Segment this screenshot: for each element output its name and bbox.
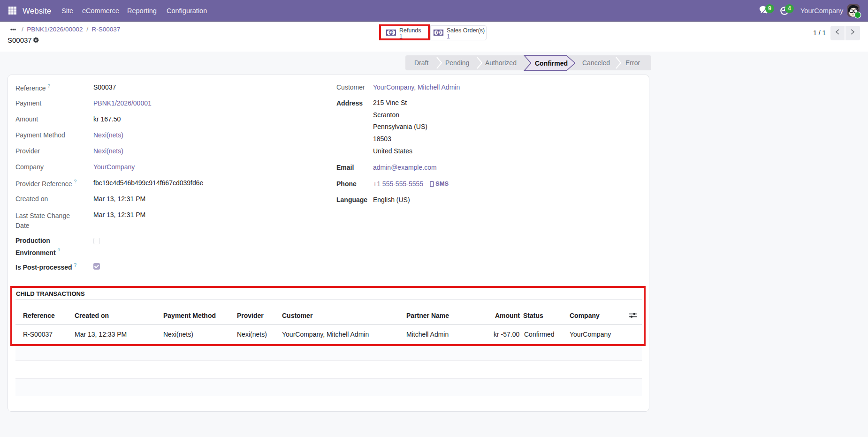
svg-text:1: 1 xyxy=(437,30,439,35)
svg-text:Confirmed: Confirmed xyxy=(535,60,568,67)
